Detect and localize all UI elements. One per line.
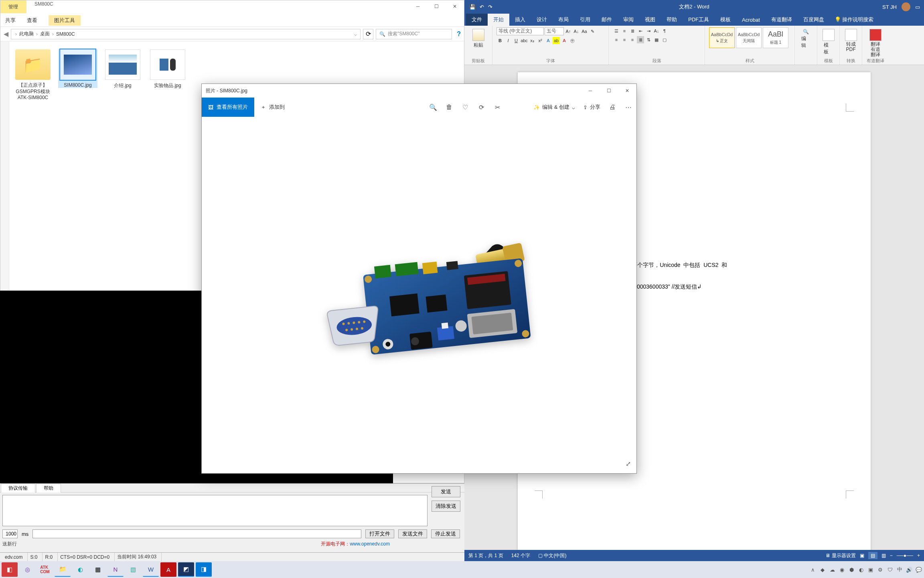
send-textarea[interactable] bbox=[2, 495, 428, 526]
tray-icon[interactable]: ⚙ bbox=[877, 566, 884, 573]
view-all-photos-tab[interactable]: 🖼 查看所有照片 bbox=[202, 98, 254, 117]
zoom-icon[interactable]: 🔍 bbox=[425, 99, 441, 115]
taskbar-app[interactable]: ◐ bbox=[72, 562, 88, 577]
redo-icon[interactable]: ↷ bbox=[488, 4, 492, 10]
send-file-button[interactable]: 发送文件 bbox=[398, 529, 427, 538]
taskbar-word[interactable]: W bbox=[143, 562, 159, 577]
openedv-link[interactable]: www.openedv.com bbox=[350, 541, 390, 547]
search-input[interactable]: 🔍 搜索"SM800C" bbox=[376, 29, 452, 39]
help-icon[interactable]: ? bbox=[454, 31, 461, 38]
paste-button[interactable]: 粘贴 bbox=[468, 27, 488, 50]
view-web-icon[interactable]: ▥ bbox=[881, 553, 886, 558]
language[interactable]: ▢ 中文(中国) bbox=[538, 552, 566, 559]
tab-view[interactable]: 查看 bbox=[27, 17, 37, 24]
tab-picture-tools[interactable]: 图片工具 bbox=[49, 15, 81, 26]
zoom-in-icon[interactable]: + bbox=[917, 553, 920, 558]
line-spacing-icon[interactable]: ⇅ bbox=[645, 36, 652, 43]
strike-icon[interactable]: abc bbox=[521, 37, 528, 44]
clear-format-icon[interactable]: ✎ bbox=[589, 28, 596, 35]
taskbar-app[interactable]: ◎ bbox=[19, 562, 35, 577]
close-button[interactable]: ✕ bbox=[446, 0, 464, 12]
tray-icon[interactable]: ▣ bbox=[867, 566, 874, 573]
tab-insert[interactable]: 插入 bbox=[509, 14, 531, 26]
file-item-selected[interactable]: SIM800C.jpg bbox=[58, 49, 97, 88]
minimize-button[interactable]: ─ bbox=[409, 0, 427, 12]
tab-review[interactable]: 审阅 bbox=[618, 14, 639, 26]
taskbar-acrobat[interactable]: A bbox=[160, 562, 176, 577]
avatar[interactable] bbox=[902, 2, 910, 11]
bold-icon[interactable]: B bbox=[496, 37, 504, 44]
show-marks-icon[interactable]: ¶ bbox=[661, 27, 668, 35]
taskbar-explorer[interactable]: 📁 bbox=[55, 562, 71, 577]
taskbar-onenote[interactable]: N bbox=[107, 562, 124, 577]
tab-mailings[interactable]: 邮件 bbox=[596, 14, 618, 26]
tab-youdao[interactable]: 有道翻译 bbox=[766, 14, 798, 26]
minimize-button[interactable]: ─ bbox=[581, 85, 600, 97]
maximize-button[interactable]: ☐ bbox=[600, 85, 618, 97]
favorite-icon[interactable]: ♡ bbox=[457, 99, 473, 115]
photo-canvas[interactable]: ⤢ bbox=[202, 117, 636, 473]
open-file-button[interactable]: 打开文件 bbox=[365, 529, 394, 538]
file-item[interactable]: 实验物品.jpg bbox=[148, 49, 187, 89]
nav-back-icon[interactable]: ◀ bbox=[4, 30, 8, 38]
italic-icon[interactable]: I bbox=[505, 37, 512, 44]
tray-icon[interactable]: 🛡 bbox=[886, 566, 894, 573]
fullscreen-icon[interactable]: ⤢ bbox=[626, 460, 631, 468]
decrease-indent-icon[interactable]: ⇤ bbox=[637, 27, 644, 35]
template-button[interactable]: 模板 bbox=[821, 27, 835, 57]
style-no-spacing[interactable]: AaBbCcDd无间隔 bbox=[736, 27, 762, 48]
edit-create-button[interactable]: ✨编辑 & 创建 ⌵ bbox=[529, 99, 579, 115]
style-heading1[interactable]: AaBl标题 1 bbox=[763, 27, 788, 48]
volume-icon[interactable]: 🔊 bbox=[906, 566, 913, 573]
word-count[interactable]: 142 个字 bbox=[511, 552, 530, 559]
font-color-icon[interactable]: A bbox=[561, 37, 568, 44]
edit-button[interactable]: 🔍 编辑 bbox=[799, 27, 813, 51]
borders-icon[interactable]: ▢ bbox=[661, 36, 668, 43]
change-case-icon[interactable]: Aa bbox=[581, 28, 588, 35]
interval-input[interactable] bbox=[2, 529, 18, 538]
display-settings[interactable]: 🖥 显示器设置 bbox=[825, 552, 855, 559]
view-print-icon[interactable]: ▤ bbox=[868, 552, 877, 559]
rotate-icon[interactable]: ⟳ bbox=[473, 99, 489, 115]
text-effects-icon[interactable]: A bbox=[545, 37, 552, 44]
tray-icon[interactable]: ☁ bbox=[829, 566, 836, 573]
tab-home[interactable]: 开始 bbox=[488, 14, 509, 26]
taskbar-photos[interactable]: ◨ bbox=[196, 562, 212, 577]
tab-protocol[interactable]: 协议传输 bbox=[1, 484, 35, 493]
shading-icon[interactable]: ▦ bbox=[653, 36, 660, 43]
more-icon[interactable]: ⋯ bbox=[620, 99, 636, 115]
tab-baidu[interactable]: 百度网盘 bbox=[798, 14, 830, 26]
tab-help[interactable]: 帮助 bbox=[661, 14, 683, 26]
file-path-input[interactable] bbox=[32, 529, 361, 538]
tab-layout[interactable]: 布局 bbox=[553, 14, 574, 26]
newline-checkbox-label[interactable]: 送新行 bbox=[2, 541, 17, 547]
style-normal[interactable]: AaBbCcDd↳ 正文 bbox=[709, 27, 735, 48]
highlight-icon[interactable]: ab bbox=[553, 37, 560, 44]
print-icon[interactable]: 🖨 bbox=[604, 99, 620, 115]
tab-view[interactable]: 视图 bbox=[639, 14, 661, 26]
undo-icon[interactable]: ↶ bbox=[480, 4, 484, 10]
clear-send-button[interactable]: 清除发送 bbox=[432, 501, 460, 512]
bullets-icon[interactable]: ☰ bbox=[613, 27, 620, 35]
align-center-icon[interactable]: ≡ bbox=[621, 36, 628, 43]
zoom-slider[interactable]: ──●── bbox=[897, 553, 913, 558]
ribbon-options-icon[interactable]: ▭ bbox=[915, 4, 920, 10]
translate-button[interactable]: 翻译 有道翻译 bbox=[866, 27, 885, 59]
numbering-icon[interactable]: ≡ bbox=[621, 27, 628, 35]
tab-pdf[interactable]: PDF工具 bbox=[683, 14, 715, 26]
notifications-icon[interactable]: 💬 bbox=[915, 566, 922, 573]
taskbar-app[interactable]: ▦ bbox=[90, 562, 106, 577]
align-right-icon[interactable]: ≡ bbox=[629, 36, 636, 43]
tray-icon[interactable]: ⬢ bbox=[848, 566, 855, 573]
refresh-button[interactable]: ⟳ bbox=[363, 29, 373, 39]
convert-pdf-button[interactable]: 转成 PDF bbox=[844, 27, 858, 54]
tray-overflow-icon[interactable]: ∧ bbox=[809, 566, 817, 573]
tab-template[interactable]: 模板 bbox=[715, 14, 736, 26]
tab-acrobat[interactable]: Acrobat bbox=[736, 14, 766, 25]
taskbar-app[interactable]: ◩ bbox=[178, 562, 194, 577]
increase-indent-icon[interactable]: ⇥ bbox=[645, 27, 652, 35]
ribbon-context-tab-manage[interactable]: 管理 bbox=[0, 0, 26, 13]
ime-icon[interactable]: 中 bbox=[896, 566, 903, 573]
font-name-select[interactable]: 等线 (中文正文) bbox=[496, 27, 544, 35]
taskbar-app[interactable]: ▧ bbox=[125, 562, 141, 577]
